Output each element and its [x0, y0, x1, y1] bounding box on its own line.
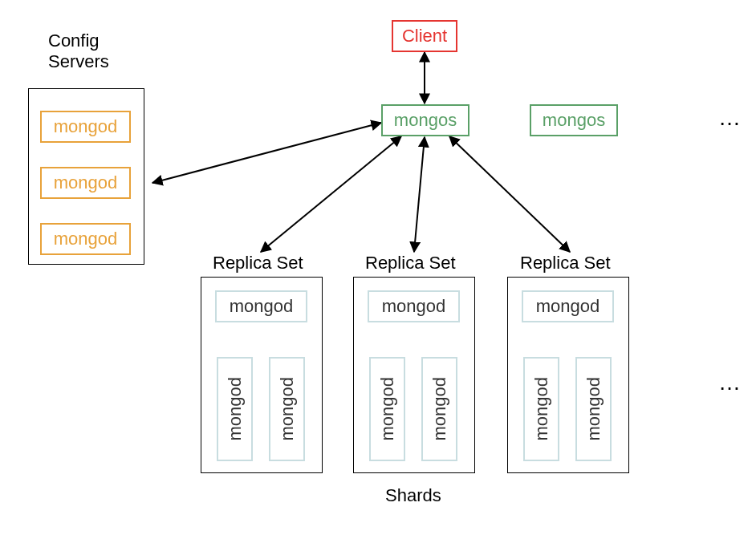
shard1-secondary-mongod-2: mongod — [269, 357, 305, 461]
ellipsis-icon: … — [718, 104, 741, 132]
mongod-label: mongod — [225, 377, 246, 441]
mongod-label: mongod — [277, 377, 298, 441]
shard2-primary-mongod: mongod — [368, 290, 460, 322]
shard1-primary-mongod: mongod — [215, 290, 307, 322]
config-mongod-1: mongod — [40, 111, 131, 143]
svg-line-3 — [414, 137, 425, 252]
config-mongod-2: mongod — [40, 167, 131, 199]
svg-line-1 — [152, 123, 381, 183]
replica-set-3-title: Replica Set — [520, 253, 611, 274]
mongod-label: mongod — [429, 377, 450, 441]
shard2-secondary-mongod-2: mongod — [421, 357, 457, 461]
svg-line-2 — [261, 136, 401, 252]
replica-set-1-title: Replica Set — [213, 253, 303, 274]
shard3-secondary-mongod-1: mongod — [523, 357, 559, 461]
svg-line-4 — [449, 136, 570, 252]
shard2-secondary-mongod-1: mongod — [369, 357, 405, 461]
diagram-canvas: Client mongos mongos … Config Servers mo… — [0, 0, 756, 535]
shard3-secondary-mongod-2: mongod — [575, 357, 612, 461]
client-box: Client — [392, 20, 457, 52]
shards-title: Shards — [385, 485, 441, 506]
mongod-label: mongod — [377, 377, 398, 441]
shard3-primary-mongod: mongod — [522, 290, 614, 322]
mongod-label: mongod — [583, 377, 604, 441]
mongos-router-2: mongos — [530, 104, 618, 136]
mongod-label: mongod — [531, 377, 552, 441]
ellipsis-icon: … — [718, 369, 741, 396]
mongos-router-1: mongos — [381, 104, 469, 136]
config-mongod-3: mongod — [40, 223, 131, 255]
replica-set-2-title: Replica Set — [365, 253, 456, 274]
shard1-secondary-mongod-1: mongod — [217, 357, 253, 461]
config-servers-title: Config Servers — [48, 30, 109, 73]
